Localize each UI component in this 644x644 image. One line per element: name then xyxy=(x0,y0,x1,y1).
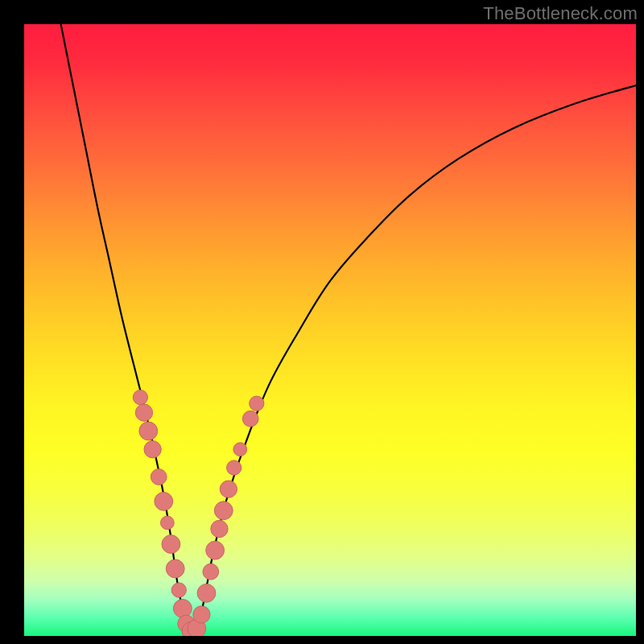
data-marker xyxy=(135,404,152,421)
data-marker xyxy=(233,443,247,456)
data-marker xyxy=(162,535,180,554)
bottleneck-curve-path xyxy=(61,24,636,632)
data-marker xyxy=(155,492,173,510)
data-marker xyxy=(227,460,242,475)
data-marker xyxy=(173,599,192,617)
bottleneck-curve-svg xyxy=(24,24,636,636)
marker-layer xyxy=(133,390,264,636)
data-marker xyxy=(144,441,161,458)
data-marker xyxy=(203,564,219,580)
data-marker xyxy=(211,520,228,537)
data-marker xyxy=(220,481,237,497)
data-marker xyxy=(139,422,158,440)
data-marker xyxy=(197,584,216,602)
plot-area xyxy=(24,24,636,636)
data-marker xyxy=(166,559,184,578)
data-marker xyxy=(250,396,264,411)
data-marker xyxy=(133,390,147,404)
data-marker xyxy=(206,541,225,559)
data-marker xyxy=(242,411,258,427)
chart-stage: TheBottleneck.com xyxy=(0,0,644,644)
watermark-label: TheBottleneck.com xyxy=(483,3,638,24)
data-marker xyxy=(214,502,233,520)
data-marker xyxy=(160,516,174,530)
data-marker xyxy=(193,606,210,623)
data-marker xyxy=(171,583,186,597)
data-marker xyxy=(151,469,167,485)
